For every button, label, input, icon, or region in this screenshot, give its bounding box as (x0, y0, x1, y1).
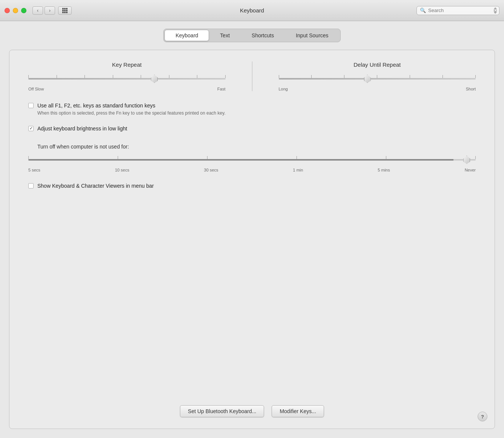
search-icon: 🔍 (420, 8, 426, 13)
search-input[interactable] (428, 8, 492, 13)
sliders-divider (252, 61, 252, 91)
tab-text[interactable]: Text (209, 30, 241, 41)
setup-bluetooth-button[interactable]: Set Up Bluetooth Keyboard... (180, 405, 264, 417)
close-button[interactable] (5, 8, 10, 13)
back-button[interactable]: ‹ (32, 6, 43, 15)
delay-repeat-range-labels: Long Short (279, 87, 476, 91)
fn-keys-desc: When this option is selected, press the … (37, 110, 476, 116)
key-repeat-label: Key Repeat (112, 61, 141, 68)
fn-keys-label-row: Use all F1, F2, etc. keys as standard fu… (28, 103, 476, 109)
window-title: Keyboard (240, 7, 264, 14)
fn-keys-text: Use all F1, F2, etc. keys as standard fu… (37, 103, 155, 109)
panel-wrapper: Key Repeat (9, 50, 495, 429)
key-repeat-thumb[interactable] (151, 75, 158, 83)
grid-icon (62, 8, 68, 13)
delay-repeat-group: Delay Until Repeat (279, 61, 476, 91)
brightness-sublabel: Turn off when computer is not used for: (37, 144, 476, 150)
brightness-track (28, 159, 476, 161)
key-repeat-group: Key Repeat (28, 61, 226, 91)
bottom-buttons: Set Up Bluetooth Keyboard... Modifier Ke… (28, 394, 476, 417)
tab-input-sources[interactable]: Input Sources (285, 30, 339, 41)
delay-repeat-left-label: Long (279, 87, 288, 91)
key-repeat-track (28, 78, 226, 80)
brightness-label-1: 10 secs (115, 168, 129, 172)
sliders-row: Key Repeat (28, 61, 476, 91)
brightness-row: ✓ Adjust keyboard brightness in low ligh… (28, 126, 476, 132)
key-repeat-slider[interactable] (28, 73, 226, 84)
key-repeat-ticks (28, 75, 226, 78)
brightness-label-4: 5 mins (378, 168, 390, 172)
titlebar: ‹ › Keyboard 🔍 ✕ (0, 0, 504, 21)
delay-repeat-slider[interactable] (279, 73, 476, 84)
tab-keyboard[interactable]: Keyboard (164, 30, 209, 41)
nav-buttons: ‹ › (32, 6, 55, 15)
brightness-thumb[interactable] (463, 156, 470, 164)
key-repeat-right-label: Fast (217, 87, 225, 91)
brightness-label-0: 5 secs (28, 168, 40, 172)
delay-repeat-label: Delay Until Repeat (353, 61, 401, 68)
brightness-label-2: 30 secs (204, 168, 218, 172)
keyboard-viewers-checkbox[interactable] (28, 183, 34, 188)
tabs-container: Keyboard Text Shortcuts Input Sources (163, 29, 340, 42)
brightness-turnoff-slider[interactable] (28, 154, 476, 165)
brightness-label-3: 1 min (293, 168, 303, 172)
brightness-ticks (28, 156, 476, 159)
traffic-lights (5, 8, 26, 13)
help-button[interactable]: ? (478, 412, 487, 421)
fn-keys-row: Use all F1, F2, etc. keys as standard fu… (28, 103, 476, 116)
minimize-button[interactable] (13, 8, 18, 13)
tab-shortcuts[interactable]: Shortcuts (241, 30, 285, 41)
fn-keys-checkbox[interactable] (28, 103, 34, 108)
modifier-keys-button[interactable]: Modifier Keys... (272, 405, 324, 417)
keyboard-viewers-label-row: Show Keyboard & Character Viewers in men… (28, 183, 476, 189)
search-bar: 🔍 ✕ (416, 6, 499, 15)
settings-panel: Key Repeat (9, 50, 495, 429)
main-content: Keyboard Text Shortcuts Input Sources Ke… (0, 21, 504, 438)
delay-repeat-right-label: Short (466, 87, 476, 91)
key-repeat-left-label: Off Slow (28, 87, 44, 91)
delay-repeat-track (279, 78, 476, 80)
keyboard-viewers-text: Show Keyboard & Character Viewers in men… (37, 183, 154, 189)
key-repeat-range-labels: Off Slow Fast (28, 87, 226, 91)
grid-button[interactable] (58, 6, 72, 15)
maximize-button[interactable] (21, 8, 26, 13)
search-clear-button[interactable]: ✕ (494, 8, 497, 14)
forward-button[interactable]: › (45, 6, 55, 15)
delay-repeat-thumb[interactable] (364, 75, 371, 83)
brightness-checkbox[interactable]: ✓ (28, 126, 34, 131)
brightness-text: Adjust keyboard brightness in low light (37, 126, 127, 132)
brightness-label-row: ✓ Adjust keyboard brightness in low ligh… (28, 126, 476, 132)
keyboard-viewers-row: Show Keyboard & Character Viewers in men… (28, 183, 476, 189)
brightness-label-5: Never (465, 168, 476, 172)
checkmark-icon: ✓ (29, 126, 33, 130)
brightness-section: Turn off when computer is not used for: (28, 144, 476, 172)
brightness-range-labels: 5 secs 10 secs 30 secs 1 min 5 mins Neve… (28, 168, 476, 172)
delay-repeat-ticks (279, 75, 476, 78)
